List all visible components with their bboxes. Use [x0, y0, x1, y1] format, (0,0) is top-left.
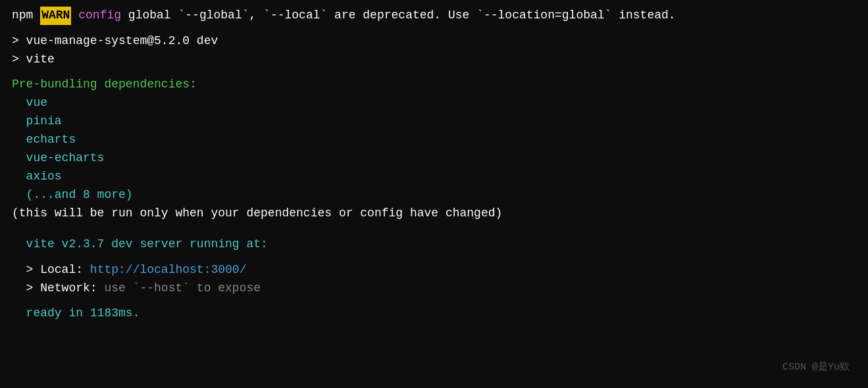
watermark: CSDN @是Yu欸 — [782, 360, 850, 375]
dep-vue-segment: vue — [12, 94, 47, 112]
dep-vue-echarts: vue-echarts — [12, 149, 856, 168]
script1-line: > vue-manage-system@5.2.0 dev — [12, 32, 856, 51]
dep-note: (this will be run only when your depende… — [12, 205, 856, 223]
dep-note-segment: (this will be run only when your depende… — [12, 205, 502, 223]
dep-echarts: echarts — [12, 131, 856, 149]
ready-line-segment: ready in 1183ms. — [12, 304, 140, 323]
ready-line: ready in 1183ms. — [12, 304, 856, 323]
blank4 — [12, 254, 856, 261]
vite-server-line-segment: vite v2.3.7 dev server running at: — [12, 235, 268, 254]
script1-line-segment: vue-manage-system@5.2.0 dev — [26, 32, 218, 51]
dep-more-segment: (...and 8 more) — [12, 186, 133, 205]
dep-axios-segment: axios — [12, 168, 62, 186]
network-line-segment: use `--host` to expose — [104, 279, 261, 298]
blank3 — [12, 222, 856, 235]
script2-line-segment: > — [12, 51, 26, 69]
dep-vue: vue — [12, 94, 856, 112]
local-line: > Local: http://localhost:3000/ — [12, 261, 856, 279]
terminal-window: npm WARN config global `--global`, `--lo… — [12, 7, 856, 381]
dep-echarts-segment: echarts — [12, 131, 76, 149]
dep-more: (...and 8 more) — [12, 186, 856, 205]
warn-line-segment: global `--global`, `--local` are depreca… — [121, 7, 676, 25]
warn-line-segment: WARN — [40, 7, 71, 25]
script1-line-segment: > — [12, 32, 26, 51]
dep-pinia: pinia — [12, 112, 856, 131]
blank5 — [12, 298, 856, 305]
warn-line: npm WARN config global `--global`, `--lo… — [12, 7, 856, 25]
vite-server-line: vite v2.3.7 dev server running at: — [12, 235, 856, 254]
network-line: > Network: use `--host` to expose — [12, 279, 856, 298]
warn-line-segment: npm — [12, 7, 40, 25]
network-line-segment: > Network: — [12, 279, 104, 298]
blank2 — [12, 68, 856, 76]
script2-line: > vite — [12, 51, 856, 69]
warn-line-segment: config — [78, 7, 121, 25]
prebundling-line: Pre-bundling dependencies: — [12, 76, 856, 94]
local-line-segment: > Local: — [12, 261, 90, 279]
blank1 — [12, 25, 856, 32]
dep-pinia-segment: pinia — [12, 112, 62, 131]
terminal-output: npm WARN config global `--global`, `--lo… — [12, 7, 856, 323]
warn-line-segment — [71, 7, 78, 25]
dep-axios: axios — [12, 168, 856, 186]
dep-vue-echarts-segment: vue-echarts — [12, 149, 104, 168]
script2-line-segment: vite — [26, 51, 55, 69]
local-line-segment: http://localhost:3000/ — [90, 261, 247, 279]
prebundling-line-segment: Pre-bundling dependencies: — [12, 76, 197, 94]
